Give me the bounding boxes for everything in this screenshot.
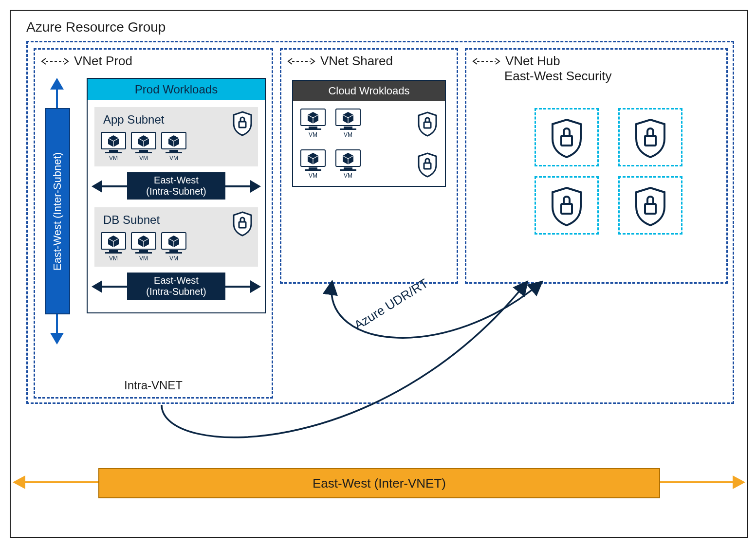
vm-caption: VM	[130, 155, 157, 162]
inter-subnet-arrow-up	[50, 78, 64, 90]
intra-subnet-label: East-West(Intra-Subnet)	[127, 172, 225, 200]
vnet-prod-label: VNet Prod	[74, 54, 132, 69]
cloud-workloads-row: VM VM	[300, 108, 438, 138]
cloud-workloads-box: Cloud Wrokloads VM VM VM VM	[292, 80, 446, 187]
vm-caption: VM	[161, 155, 187, 162]
arrow-left-icon	[92, 280, 102, 293]
vnet-hub-label-row: VNet Hub	[466, 50, 726, 71]
intra-subnet-label: East-West(Intra-Subnet)	[127, 273, 225, 300]
vm-caption: VM	[161, 255, 187, 262]
vm-icon: VM	[335, 108, 361, 138]
vm-icon: VM	[300, 108, 326, 138]
arrow-right-icon	[250, 280, 261, 293]
cloud-workloads-header: Cloud Wrokloads	[293, 81, 445, 101]
firewall-cell	[535, 108, 599, 166]
vnet-shared-label-row: VNet Shared	[281, 50, 457, 71]
resource-group-box: VNet Prod East-West (Inter-Subnet) Prod …	[26, 41, 734, 404]
arrow-left-icon	[13, 475, 25, 489]
firewall-cell	[618, 108, 682, 166]
db-subnet-vm-row: VM VM VM	[100, 232, 252, 262]
app-subnet-title: App Subnet	[103, 113, 252, 127]
vm-icon: VM	[100, 131, 127, 162]
nsg-shield-icon	[417, 111, 438, 135]
vnet-shared-label: VNet Shared	[320, 54, 393, 69]
diagram-frame: Azure Resource Group VNet Prod East-West…	[10, 10, 748, 538]
prod-workloads-box: Prod Workloads App Subnet VM VM VM	[87, 78, 266, 313]
firewall-cell	[535, 176, 599, 235]
vm-caption: VM	[335, 172, 361, 179]
intra-subnet-arrow: East-West(Intra-Subnet)	[94, 273, 258, 301]
db-subnet-box: DB Subnet VM VM VM	[94, 207, 258, 267]
prod-workloads-body: App Subnet VM VM VM East-West(Intr	[88, 100, 265, 312]
vm-icon: VM	[130, 131, 157, 162]
vnet-peering-icon	[472, 55, 500, 67]
inter-subnet-bar: East-West (Inter-Subnet)	[45, 108, 70, 314]
vnet-prod-box: VNet Prod East-West (Inter-Subnet) Prod …	[34, 48, 273, 399]
db-subnet-title: DB Subnet	[103, 213, 252, 227]
vnet-prod-label-row: VNet Prod	[35, 50, 272, 71]
inter-vnet-bar: East-West (Inter-VNET)	[98, 468, 660, 498]
arrow-left-icon	[92, 180, 102, 193]
cloud-workloads-body: VM VM VM VM	[293, 101, 445, 186]
inter-subnet-label: East-West (Inter-Subnet)	[51, 152, 64, 271]
vm-icon: VM	[161, 131, 187, 162]
vm-icon: VM	[130, 232, 157, 262]
vnet-hub-subtitle: East-West Security	[466, 69, 726, 84]
vm-icon: VM	[300, 149, 326, 179]
vm-caption: VM	[100, 255, 127, 262]
app-subnet-box: App Subnet VM VM VM	[94, 107, 258, 166]
vnet-shared-box: VNet Shared Cloud Wrokloads VM VM VM VM	[280, 48, 458, 284]
vm-caption: VM	[100, 155, 127, 162]
nsg-shield-icon	[232, 111, 253, 134]
vm-caption: VM	[335, 131, 361, 138]
prod-workloads-header: Prod Workloads	[88, 79, 265, 100]
vnet-peering-icon	[287, 55, 315, 67]
nsg-shield-icon	[417, 152, 438, 176]
vnet-hub-label: VNet Hub	[505, 54, 560, 69]
vm-caption: VM	[300, 131, 326, 138]
lock-shield-icon	[633, 186, 667, 224]
nsg-shield-icon	[232, 211, 253, 235]
vm-caption: VM	[300, 172, 326, 179]
vm-icon: VM	[335, 149, 361, 179]
vnet-hub-box: VNet Hub East-West Security	[465, 48, 728, 284]
resource-group-title: Azure Resource Group	[26, 19, 166, 35]
lock-shield-icon	[550, 118, 584, 156]
intra-vnet-label: Intra-VNET	[35, 379, 272, 392]
intra-subnet-arrow: East-West(Intra-Subnet)	[94, 172, 258, 200]
lock-shield-icon	[550, 186, 584, 224]
arrow-right-icon	[733, 475, 745, 489]
firewall-cell	[618, 176, 682, 235]
vm-icon: VM	[100, 232, 127, 262]
vnet-peering-icon	[41, 55, 69, 67]
arrow-right-icon	[250, 180, 261, 193]
inter-vnet-label: East-West (Inter-VNET)	[313, 476, 446, 491]
hub-security-grid	[535, 108, 682, 235]
lock-shield-icon	[633, 118, 667, 156]
app-subnet-vm-row: VM VM VM	[100, 131, 252, 162]
vm-caption: VM	[130, 255, 157, 262]
vm-icon: VM	[161, 232, 187, 262]
cloud-workloads-row: VM VM	[300, 149, 438, 179]
inter-subnet-arrow-down	[50, 333, 64, 345]
